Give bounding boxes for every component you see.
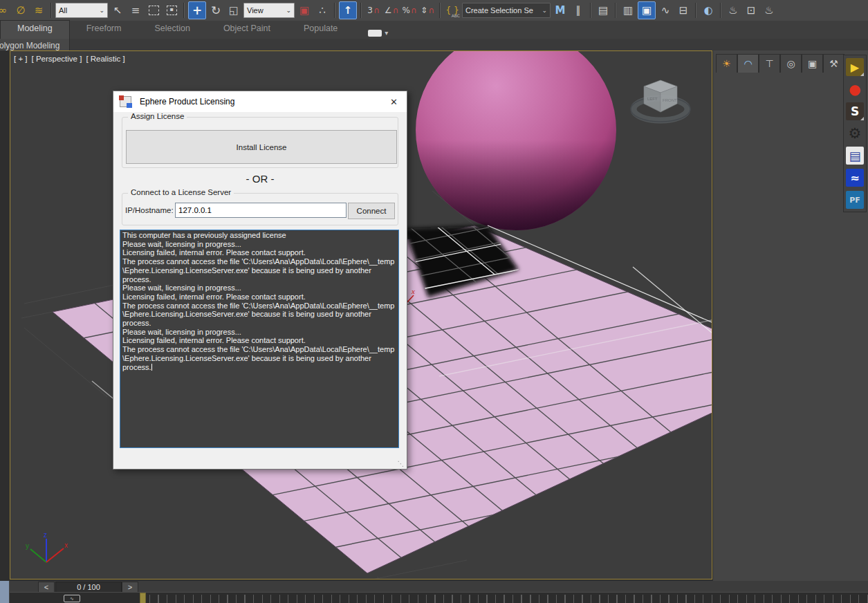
gear-icon[interactable]: ⚙ (846, 124, 864, 142)
separator (695, 3, 696, 18)
viewport-pov-menu[interactable]: [ Perspective ] (32, 55, 82, 63)
tree-icon: ⊤ (765, 58, 773, 69)
license-log-textarea[interactable]: This computer has a previously assigned … (120, 230, 399, 448)
ribbon-minimize-button[interactable]: ▬ ▾ (364, 27, 392, 39)
next-frame-button[interactable]: > (122, 582, 138, 593)
render-production-icon[interactable]: ♨ (761, 2, 777, 19)
ribbon-tab-freeform[interactable]: Freeform (70, 21, 138, 39)
curve-editor-icon[interactable]: ∿ (657, 2, 674, 19)
ribbon-tab-selection[interactable]: Selection (138, 21, 206, 39)
layered-arrow-icon[interactable]: ▶ (846, 58, 864, 76)
select-and-rotate-icon[interactable]: ↻ (207, 2, 224, 19)
maxscript-mini-listener[interactable] (0, 581, 10, 603)
material-editor-icon[interactable]: ◐ (700, 2, 717, 19)
time-slider[interactable]: 0 / 100 (55, 582, 122, 593)
close-icon[interactable]: ✕ (390, 97, 398, 107)
window-crossing-icon[interactable]: ▪ (163, 2, 180, 19)
ribbon-panels-icon[interactable]: ▥ (620, 2, 636, 19)
angle-snap-toggle-icon[interactable]: ∠∩ (383, 2, 400, 19)
rectangular-selection-region-icon[interactable] (145, 2, 162, 19)
spreadsheet-icon[interactable]: ▤ (846, 147, 864, 165)
sunburst-icon: ☀ (722, 58, 731, 69)
command-panel: ☀ ◠ ⊤ ◎ ▣ ⚒ ▶ ● S ⚙ ▤ ≈ PF (713, 50, 868, 581)
mirror-icon[interactable]: M (552, 2, 569, 19)
text-caret (151, 364, 152, 371)
select-and-link-icon[interactable]: ∞ (0, 2, 11, 19)
tab-motion[interactable]: ◎ (780, 54, 802, 73)
selection-filter-dropdown[interactable]: All ⌄ (55, 3, 108, 18)
percent-snap-toggle-icon[interactable]: %∩ (401, 2, 418, 19)
toggle-ribbon-icon[interactable]: ▣ (638, 1, 656, 19)
letter-s-icon[interactable]: S (846, 102, 864, 120)
spinner-snap-toggle-icon[interactable]: ⇕∩ (419, 2, 436, 19)
viewport-label: [ + ] [ Perspective ] [ Realistic ] (14, 55, 125, 63)
viewcube[interactable]: LEFT FRONT (627, 69, 694, 129)
tab-hierarchy[interactable]: ⊤ (759, 54, 780, 73)
schematic-view-icon[interactable]: ⊟ (675, 2, 692, 19)
ephere-licensing-dialog: Ephere Product Licensing ✕ Assign Licens… (113, 91, 407, 470)
dialog-title-bar[interactable]: Ephere Product Licensing ✕ (113, 91, 407, 112)
ribbon-tab-modeling[interactable]: Modeling (0, 20, 70, 39)
ribbon-panel-strip: Polygon Modeling (0, 39, 868, 50)
chevron-down-icon: ⌄ (99, 7, 104, 14)
viewport-nav-menu[interactable]: [ + ] (14, 55, 28, 63)
select-and-move-icon[interactable]: + (188, 1, 206, 19)
dialog-title: Ephere Product Licensing (140, 97, 234, 106)
hammer-icon: ⚒ (829, 58, 838, 69)
track-bar-mini-icon[interactable]: ∿ (53, 594, 91, 602)
viewport-shading-menu[interactable]: [ Realistic ] (86, 55, 124, 63)
snaps-toggle-3d-icon[interactable]: 3∩ (365, 2, 382, 19)
monitor-icon: ▣ (808, 58, 817, 69)
separator (720, 3, 721, 18)
polygon-modeling-panel-tab[interactable]: Polygon Modeling (0, 39, 70, 50)
separator (50, 3, 52, 18)
unlink-selection-icon[interactable]: ∅ (12, 2, 29, 19)
reference-coordinate-dropdown[interactable]: View ⌄ (243, 3, 295, 18)
resize-grip-icon[interactable]: ⋰ (397, 460, 404, 467)
app-window-icon (120, 96, 131, 107)
axis-y-label: y (26, 542, 29, 550)
ip-hostname-input[interactable]: 127.0.0.1 (175, 203, 347, 218)
install-license-button[interactable]: Install License (126, 130, 397, 164)
separator (590, 3, 591, 18)
tab-create[interactable]: ☀ (716, 54, 737, 73)
bind-to-space-warp-icon[interactable]: ≋ (30, 2, 47, 19)
assign-license-label: Assign License (128, 112, 187, 120)
track-bar-slider-handle[interactable] (140, 593, 146, 603)
connect-button[interactable]: Connect (348, 203, 395, 219)
red-circle-icon[interactable]: ● (846, 80, 864, 98)
select-object-icon[interactable]: ↖ (109, 2, 126, 19)
plugin-toolbar: ▶ ● S ⚙ ▤ ≈ PF (843, 55, 867, 212)
select-and-manipulate-icon[interactable]: ∴ (314, 2, 331, 19)
chevron-down-icon: ⌄ (286, 7, 291, 14)
ribbon-tab-bar: Modeling Freeform Selection Object Paint… (0, 21, 868, 39)
connect-server-label: Connect to a License Server (128, 188, 234, 196)
track-bar[interactable]: ∿ (0, 592, 868, 603)
named-selection-set-dropdown[interactable]: Create Selection Se ⌄ (462, 3, 551, 18)
use-pivot-point-center-icon[interactable]: ▣ (296, 2, 313, 19)
command-panel-tabs: ☀ ◠ ⊤ ◎ ▣ ⚒ (716, 54, 844, 73)
tab-display[interactable]: ▣ (802, 54, 823, 73)
ribbon-tab-populate[interactable]: Populate (287, 21, 354, 39)
tab-utilities[interactable]: ⚒ (823, 54, 844, 73)
keyboard-shortcut-override-icon[interactable]: ↑ (339, 1, 357, 19)
rendered-frame-window-icon[interactable]: ⊡ (743, 2, 759, 19)
chevron-down-icon: ⌄ (542, 7, 547, 14)
svg-text:x: x (411, 287, 415, 295)
previous-frame-button[interactable]: < (38, 582, 55, 593)
track-bar-ticks (142, 595, 868, 603)
select-by-name-icon[interactable]: ≡ (127, 2, 144, 19)
ribbon-tab-object-paint[interactable]: Object Paint (207, 21, 287, 39)
pf-icon[interactable]: PF (846, 191, 864, 209)
wave-icon[interactable]: ≈ (846, 169, 864, 187)
axis-z-label: z (44, 531, 47, 539)
select-and-scale-icon[interactable]: ◱ (225, 2, 242, 19)
align-icon[interactable]: ∥ (570, 2, 587, 19)
edit-named-selection-sets-icon[interactable]: { }ABC (444, 2, 461, 19)
render-setup-icon[interactable]: ♨ (725, 2, 741, 19)
tab-modify[interactable]: ◠ (737, 54, 759, 73)
layer-manager-icon[interactable]: ▤ (595, 2, 611, 19)
axis-x-label: x (64, 541, 68, 549)
arc-icon: ◠ (744, 58, 752, 69)
or-separator-text: - OR - (113, 173, 407, 185)
